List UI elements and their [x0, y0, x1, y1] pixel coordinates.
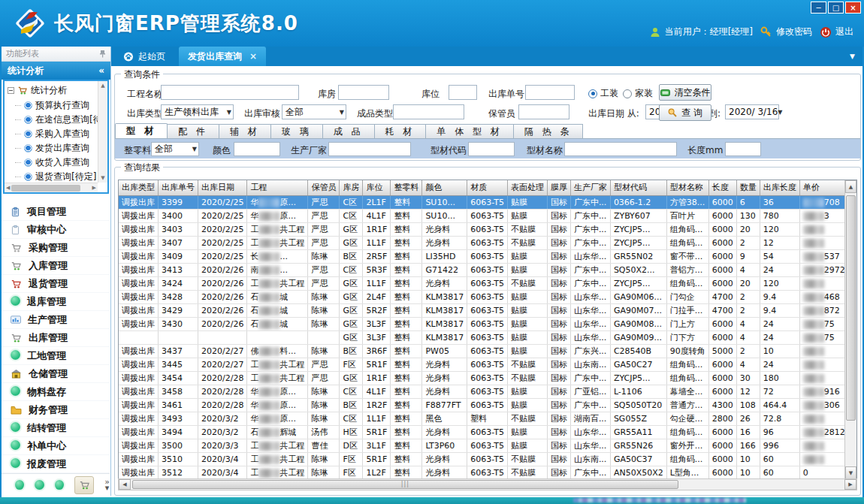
sidebar-module-生产管理[interactable]: 生产管理: [2, 311, 110, 329]
column-header[interactable]: 表面处理: [507, 180, 547, 195]
subtab-隔热条[interactable]: 隔 热 条: [513, 124, 584, 138]
tab-home[interactable]: 起始页: [114, 47, 174, 66]
table-row[interactable]: 调拨出库34072020/2/25工共工程严思G区1L1F整料光身料6063-T…: [119, 236, 857, 249]
table-row[interactable]: 调拨出库34032020/2/25工共工程严思G区1R1F整料光身料6063-T…: [119, 222, 857, 236]
pin-icon[interactable]: [99, 50, 106, 58]
table-row[interactable]: 调拨出库34942020/3/2石辉城汤伟H区5R1F整料光身料6063-T5贴…: [119, 425, 857, 439]
column-header[interactable]: 保管员: [308, 180, 340, 195]
project-name-input[interactable]: [161, 85, 299, 100]
close-button[interactable]: ×: [845, 2, 861, 14]
module-dot-icon[interactable]: [15, 480, 24, 490]
horizontal-scroll-thumb[interactable]: [132, 480, 678, 489]
length-input[interactable]: [725, 142, 761, 156]
table-row[interactable]: 调拨出库34092020/2/25长...陈琳B区2R5F整料LI35HD606…: [119, 249, 857, 263]
manufacturer-input[interactable]: [328, 142, 411, 156]
tree-item[interactable]: 收货入库查询: [15, 155, 107, 170]
subtab-耗材[interactable]: 耗 材: [374, 124, 427, 138]
column-header[interactable]: 材质: [467, 180, 508, 195]
minimize-button[interactable]: ─: [811, 2, 826, 14]
location-input[interactable]: [449, 85, 477, 100]
sidebar-module-物料盘存[interactable]: 物料盘存: [2, 383, 110, 401]
module-dot-icon[interactable]: [35, 480, 44, 490]
table-vertical-scrollbar[interactable]: ▲ ▼: [844, 180, 856, 479]
table-row[interactable]: 调拨出库34372020/2/27佛料...陈琳B区3R6F整料PW056063…: [119, 344, 857, 358]
scroll-up-icon[interactable]: ▲: [845, 180, 856, 193]
column-header[interactable]: 出库类型: [119, 180, 159, 195]
maximize-button[interactable]: □: [828, 2, 844, 14]
logout-button[interactable]: 退出: [820, 26, 853, 38]
scroll-down-icon[interactable]: ▼: [845, 466, 856, 479]
sidebar-module-审核中心[interactable]: 审核中心: [2, 221, 110, 239]
radio-industrial[interactable]: 工装: [588, 87, 618, 100]
radio-home[interactable]: 家装: [623, 87, 653, 100]
column-header[interactable]: 整零料: [391, 180, 422, 195]
table-row[interactable]: G区3L3F整料KLM38176063-T5贴膜国标山东华...GA90M09.…: [119, 330, 857, 344]
sidebar-module-财务管理[interactable]: 财务管理: [2, 401, 110, 419]
collapse-icon[interactable]: «: [98, 65, 104, 76]
column-header[interactable]: 长度: [708, 180, 736, 195]
clear-conditions-button[interactable]: 清空条件: [659, 84, 711, 101]
outbound-type-select[interactable]: 生产领料出库▼: [161, 104, 234, 119]
scroll-right-icon[interactable]: ▶: [844, 479, 856, 490]
column-header[interactable]: 数量: [736, 180, 760, 195]
table-row[interactable]: 调拨出库34242020/2/26工共工程严思G区1L1F整料光身料6063-T…: [119, 276, 857, 290]
whole-piece-select[interactable]: 全部▼: [151, 142, 199, 156]
sidebar-module-报废管理[interactable]: 报废管理: [2, 455, 110, 473]
column-header[interactable]: 库位: [363, 180, 391, 195]
tree-collapse-icon[interactable]: [8, 87, 14, 94]
profile-code-input[interactable]: [468, 142, 515, 156]
sidebar-module-工地管理[interactable]: 工地管理: [2, 347, 110, 365]
table-row[interactable]: 调拨出库35002020/3/3工共工程曹佳D区3L1F整料LT3P606063…: [119, 439, 857, 452]
keeper-input[interactable]: [518, 104, 569, 119]
sidebar-module-入库管理[interactable]: 入库管理: [2, 257, 110, 275]
tab-close-icon[interactable]: ×: [249, 51, 257, 62]
tree-item[interactable]: 发货出库查询: [15, 141, 107, 155]
profile-name-input[interactable]: [564, 142, 677, 156]
tree-item[interactable]: 采购入库查询: [15, 127, 107, 141]
cart-shortcut-button[interactable]: [74, 476, 95, 494]
change-password-button[interactable]: 修改密码: [760, 26, 812, 38]
sidebar-section-statistics[interactable]: 统计分析 «: [2, 62, 110, 80]
subtab-型材[interactable]: 型 材: [115, 123, 168, 138]
subtab-单体型材[interactable]: 单 体 型 材: [425, 124, 513, 138]
table-row[interactable]: 调拨出库34932020/3/2华原...陈琳C区1L1F整料黑色塑料不贴膜国标…: [119, 412, 857, 425]
more-modules-button[interactable]: »▾: [104, 479, 110, 491]
audit-select[interactable]: 全部▼: [282, 104, 346, 119]
column-header[interactable]: 工程: [247, 180, 308, 195]
column-header[interactable]: 膜厚: [547, 180, 570, 195]
table-row[interactable]: 调拨出库34002020/2/25华原...严思C区4L1F整料SU10...6…: [119, 209, 857, 222]
column-header[interactable]: 库房: [340, 180, 363, 195]
table-row[interactable]: 调拨出库34292020/2/26石城陈琳G区5R2F整料KLM38176063…: [119, 303, 857, 317]
date-to-select[interactable]: 2020/ 3/16▼: [725, 104, 779, 119]
table-row[interactable]: 调拨出库33992020/2/25华原...严思C区2L1F整料SU10...6…: [119, 195, 857, 209]
tree-horizontal-scrollbar[interactable]: ◀▶: [5, 183, 98, 192]
subtab-配件[interactable]: 配 件: [167, 124, 219, 138]
order-no-input[interactable]: [525, 85, 575, 100]
column-header[interactable]: 颜色: [422, 180, 467, 195]
scroll-left-icon[interactable]: ◀: [119, 479, 131, 490]
sidebar-module-退货管理[interactable]: 退货管理: [2, 275, 110, 293]
search-button[interactable]: 查 询: [659, 104, 711, 121]
table-row[interactable]: 调拨出库34612020/2/28华原...陈琳B区1R2F整料F8877FT6…: [119, 398, 857, 412]
vertical-scroll-thumb[interactable]: [846, 195, 856, 421]
sidebar-module-采购管理[interactable]: 采购管理: [2, 239, 110, 257]
column-header[interactable]: 单价: [799, 180, 848, 195]
column-header[interactable]: 出库长度: [760, 180, 799, 195]
tab-overflow-icon[interactable]: ▼: [850, 53, 855, 60]
table-row[interactable]: 调拨出库34132020/2/26南...严思C区5R3F整料G71422606…: [119, 263, 857, 276]
color-input[interactable]: [234, 142, 280, 156]
tree-item[interactable]: 在途信息查询[待: [15, 113, 107, 127]
tab-shipping-outbound-query[interactable]: 发货出库查询 ×: [179, 47, 266, 66]
subtab-成品[interactable]: 成 品: [322, 124, 375, 138]
sidebar-module-出库管理[interactable]: 出库管理: [2, 329, 110, 347]
sidebar-module-结转管理[interactable]: 结转管理: [2, 419, 110, 437]
tree-vertical-scrollbar[interactable]: ▲▼: [98, 81, 107, 183]
table-row[interactable]: 调拨出库34302020/2/26石城陈琳G区3L3F整料KLM38176063…: [119, 317, 857, 330]
table-row[interactable]: 调拨出库35122020/3/4工共工程陈琳F区1L2F整料光身料6063-T5…: [119, 466, 857, 479]
table-horizontal-scrollbar[interactable]: ◀ ▶: [118, 478, 857, 490]
tree-item[interactable]: 预算执行查询: [15, 98, 107, 113]
table-row[interactable]: 调拨出库34582020/2/28华原...陈琳C区4L1F整料光身料6063-…: [119, 385, 857, 398]
column-header[interactable]: 生产厂家: [570, 180, 610, 195]
table-row[interactable]: 调拨出库34542020/2/28工共工程严思G区1R1F整料光身料6063-T…: [119, 371, 857, 385]
sidebar-module-项目管理[interactable]: 项目管理: [2, 203, 110, 221]
